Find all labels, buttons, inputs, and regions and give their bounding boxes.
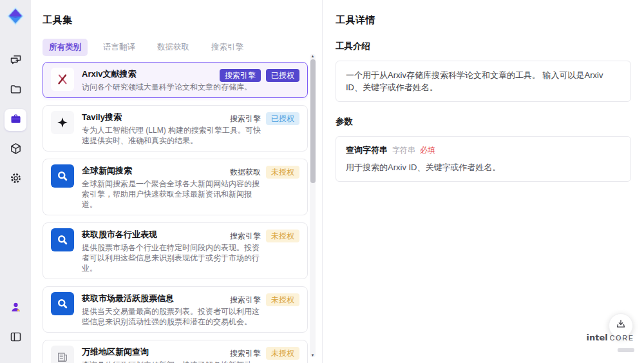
tool-icon	[51, 164, 74, 188]
tool-icon	[51, 111, 74, 134]
intel-wordmark: intel	[586, 333, 607, 342]
user-icon	[9, 300, 23, 317]
tool-icon	[51, 292, 74, 315]
tool-icon	[51, 68, 74, 91]
tool-detail-panel: 工具详情 工具介绍 一个用于从Arxiv存储库搜索科学论文和文章的工具。 输入可…	[322, 0, 644, 363]
tab-search-engine[interactable]: 搜索引擎	[205, 39, 250, 56]
tool-description: 访问各个研究领域大量科学论文和文章的存储库。	[82, 82, 265, 92]
chat-icon	[9, 53, 23, 69]
tool-category-badge: 搜索引擎	[230, 347, 261, 360]
tool-status-badge: 未授权	[266, 293, 299, 306]
star-icon	[56, 116, 69, 129]
intel-sub-badge	[618, 348, 634, 352]
panel-toggle-icon	[9, 330, 23, 346]
magnifier-icon	[56, 233, 69, 246]
tool-status-badge: 未授权	[266, 166, 299, 179]
param-item: 查询字符串 字符串 必填 用于搜索的Arxiv ID、关键字或作者姓名。	[336, 136, 631, 182]
tool-card[interactable]: Arxiv文献搜索 访问各个研究领域大量科学论文和文章的存储库。 搜索引擎 已授…	[43, 62, 308, 98]
tool-card[interactable]: 万维地区新闻查询 查询具体行政区划内的新闻，快速了解各地新闻动 搜索引擎 未授权	[43, 340, 308, 363]
param-required-badge: 必填	[420, 145, 435, 156]
detail-title: 工具详情	[336, 14, 631, 26]
tool-list: Arxiv文献搜索 访问各个研究领域大量科学论文和文章的存储库。 搜索引擎 已授…	[43, 62, 308, 363]
scrollbar-thumb[interactable]	[310, 59, 316, 183]
magnifier-icon	[56, 297, 69, 310]
tool-description: 提供当天交易量最高的股票列表。投资者可以利用这些信息来识别流动性强的股票和潜在的…	[82, 306, 265, 327]
sidebar-item-user[interactable]	[5, 297, 26, 319]
intro-text-box: 一个用于从Arxiv存储库搜索科学论文和文章的工具。 输入可以是Arxiv ID…	[336, 61, 631, 102]
tool-card[interactable]: 获取股市各行业表现 提供股票市场各个行业在特定时间段内的表现。投资者可以利用这些…	[43, 222, 308, 279]
newspaper-icon	[56, 351, 69, 363]
tool-status-badge: 未授权	[266, 347, 299, 360]
intro-heading: 工具介绍	[336, 41, 631, 52]
intel-core-wordmark: CORE	[610, 334, 634, 342]
scrollbar-up-arrow[interactable]: ▲	[310, 54, 315, 58]
folder-icon	[9, 83, 23, 99]
sidebar-item-files[interactable]	[5, 79, 26, 101]
tool-description: 提供股票市场各个行业在特定时间段内的表现。投资者可以利用这些信息来识别表现优于或…	[82, 242, 265, 273]
tool-card[interactable]: 全球新闻搜索 全球新闻搜索是一个聚合全球各大新闻网站内容的搜索引擎，帮助用户快速…	[43, 159, 308, 215]
list-scrollbar[interactable]: ▲ ▼	[310, 54, 316, 357]
tool-description: 查询具体行政区划内的新闻，快速了解各地新闻动	[82, 360, 265, 363]
tool-status-badge: 已授权	[266, 112, 299, 125]
param-type: 字符串	[392, 145, 415, 156]
tool-list-panel: 工具集 所有类别 语言翻译 数据获取 搜索引擎 Arxiv文献搜索 访问各个研究…	[31, 0, 322, 363]
app-logo-icon	[5, 6, 26, 26]
tool-card[interactable]: Tavily搜索 专为人工智能代理 (LLM) 构建的搜索引擎工具。可快速提供实…	[43, 105, 308, 152]
cube-icon	[9, 142, 23, 158]
tool-card[interactable]: 获取市场最活跃股票信息 提供当天交易量最高的股票列表。投资者可以利用这些信息来识…	[43, 286, 308, 333]
scrollbar-down-arrow[interactable]: ▼	[310, 353, 315, 357]
intel-core-logo: intelCORE	[586, 331, 634, 355]
tool-category-badge: 搜索引擎	[220, 69, 261, 82]
tool-status-badge: 已授权	[266, 69, 299, 82]
download-icon	[615, 319, 627, 333]
gear-icon	[9, 172, 23, 188]
app-window: 工具集 所有类别 语言翻译 数据获取 搜索引擎 Arxiv文献搜索 访问各个研究…	[0, 0, 644, 363]
sidebar	[0, 0, 31, 363]
arxiv-icon	[55, 72, 70, 86]
tool-icon	[51, 346, 74, 363]
tool-category-badge: 搜索引擎	[230, 230, 261, 242]
briefcase-icon	[9, 112, 23, 128]
sidebar-item-tools[interactable]	[5, 109, 26, 131]
sidebar-item-packages[interactable]	[5, 139, 26, 161]
tool-description: 专为人工智能代理 (LLM) 构建的搜索引擎工具。可快速提供实时、准确和真实的结…	[82, 125, 265, 146]
tool-category-badge: 搜索引擎	[230, 112, 261, 125]
category-tabs: 所有类别 语言翻译 数据获取 搜索引擎	[43, 39, 322, 56]
params-heading: 参数	[336, 116, 631, 128]
sidebar-item-chat[interactable]	[5, 50, 26, 72]
tab-translation[interactable]: 语言翻译	[97, 39, 142, 56]
tool-description: 全球新闻搜索是一个聚合全球各大新闻网站内容的搜索引擎，帮助用户快速获取全球最新资…	[82, 179, 265, 210]
tool-status-badge: 未授权	[266, 230, 299, 242]
param-description: 用于搜索的Arxiv ID、关键字或作者姓名。	[346, 162, 621, 173]
tool-category-badge: 数据获取	[230, 166, 261, 179]
page-title: 工具集	[43, 14, 322, 26]
sidebar-item-panel-toggle[interactable]	[5, 327, 26, 349]
param-name: 查询字符串	[346, 144, 388, 156]
tool-icon	[51, 228, 74, 251]
magnifier-icon	[56, 170, 69, 182]
tab-all-categories[interactable]: 所有类别	[43, 39, 88, 56]
tab-data-fetch[interactable]: 数据获取	[151, 39, 196, 56]
sidebar-item-settings[interactable]	[5, 168, 26, 190]
tool-category-badge: 搜索引擎	[230, 293, 261, 306]
